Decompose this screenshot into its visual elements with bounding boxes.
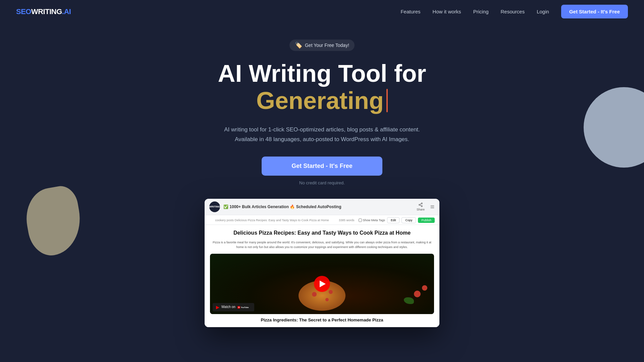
- play-triangle: [320, 281, 326, 287]
- svg-line-4: [420, 204, 421, 204]
- video-toolbar-right: Share: [417, 202, 435, 211]
- yt-avatar: WRITING: [209, 201, 220, 212]
- copy-button[interactable]: Copy: [401, 217, 416, 223]
- logo-text: SEOWRITING.AI: [16, 7, 71, 16]
- logo: SEOWRITING.AI: [16, 7, 71, 16]
- article-subheading: Pizza Ingredients: The Secret to a Perfe…: [210, 317, 434, 322]
- article-breadcrumb: cookery posts Delicious Pizza Recipes: E…: [209, 219, 335, 222]
- article-title: Delicious Pizza Recipes: Easy and Tasty …: [210, 230, 434, 237]
- youtube-icon: ▶: [216, 305, 219, 310]
- article-body: Delicious Pizza Recipes: Easy and Tasty …: [205, 225, 439, 327]
- tomato-1: [414, 291, 421, 297]
- pizza-topping-1: [312, 292, 317, 297]
- logo-seo: SEO: [16, 7, 31, 16]
- article-words: 3385 words: [339, 219, 355, 222]
- publish-button[interactable]: Publish: [418, 218, 435, 223]
- edit-button[interactable]: Edit: [387, 217, 400, 223]
- article-bar: cookery posts Delicious Pizza Recipes: E…: [205, 215, 439, 225]
- hero-title-line1: AI Writing Tool for: [218, 60, 426, 87]
- tomato-2: [422, 285, 427, 291]
- yt-avatar-text: WRITING: [209, 205, 221, 208]
- video-toolbar: WRITING ✅ 1000+ Bulk Articles Generation…: [205, 199, 439, 215]
- video-toolbar-left: WRITING ✅ 1000+ Bulk Articles Generation…: [209, 201, 341, 212]
- nav-resources[interactable]: Resources: [500, 9, 525, 14]
- nav-cta-button[interactable]: Get Started - It's Free: [561, 5, 628, 18]
- nav-login[interactable]: Login: [537, 9, 549, 14]
- pizza-topping-3: [329, 290, 333, 294]
- watch-label: Watch on YouTube: [221, 305, 251, 309]
- svg-line-3: [420, 205, 421, 206]
- hero-badge: 🏷️ Get Your Free Today!: [289, 40, 355, 51]
- share-button[interactable]: Share: [417, 202, 425, 211]
- watch-on-youtube[interactable]: ▶ Watch on YouTube: [213, 303, 254, 311]
- video-title: ✅ 1000+ Bulk Articles Generation 🔥 Sched…: [223, 204, 341, 209]
- show-meta-label: Show Meta Tags: [359, 219, 385, 222]
- hero-no-card-text: No credit card required.: [299, 180, 345, 185]
- svg-point-0: [421, 203, 423, 204]
- share-label: Share: [417, 208, 425, 211]
- show-meta-checkbox[interactable]: [359, 219, 362, 222]
- nav-how-it-works[interactable]: How it works: [433, 9, 461, 14]
- generating-text: Generating: [256, 87, 384, 114]
- pizza-image: ▶ Watch on YouTube: [210, 254, 434, 314]
- hero-section: 🏷️ Get Your Free Today! AI Writing Tool …: [0, 23, 644, 327]
- pizza-topping-2: [325, 298, 329, 301]
- list-button[interactable]: [430, 204, 435, 209]
- nav-pricing[interactable]: Pricing: [473, 9, 489, 14]
- cursor-bar: [386, 89, 388, 112]
- nav-features[interactable]: Features: [400, 9, 420, 14]
- navbar: SEOWRITING.AI Features How it works Pric…: [0, 0, 644, 23]
- svg-text:YouTube: YouTube: [240, 306, 249, 308]
- svg-point-1: [419, 204, 420, 205]
- play-button[interactable]: [314, 276, 330, 292]
- logo-ai: .AI: [62, 7, 71, 16]
- hero-subtitle: AI writing tool for 1-click SEO-optimize…: [215, 125, 429, 144]
- hero-badge-text: Get Your Free Today!: [305, 43, 349, 48]
- nav-links: Features How it works Pricing Resources …: [400, 9, 628, 15]
- hero-title-line2: Generating: [256, 87, 388, 114]
- hero-cta-button[interactable]: Get Started - It's Free: [262, 157, 382, 176]
- article-actions: Show Meta Tags Edit Copy Publish: [359, 217, 435, 223]
- video-container: WRITING ✅ 1000+ Bulk Articles Generation…: [205, 199, 439, 327]
- tag-icon: 🏷️: [295, 42, 302, 49]
- logo-writing: WRITING: [31, 7, 62, 16]
- article-paragraph: Pizza is a favorite meal for many people…: [210, 240, 434, 250]
- svg-point-2: [421, 205, 423, 207]
